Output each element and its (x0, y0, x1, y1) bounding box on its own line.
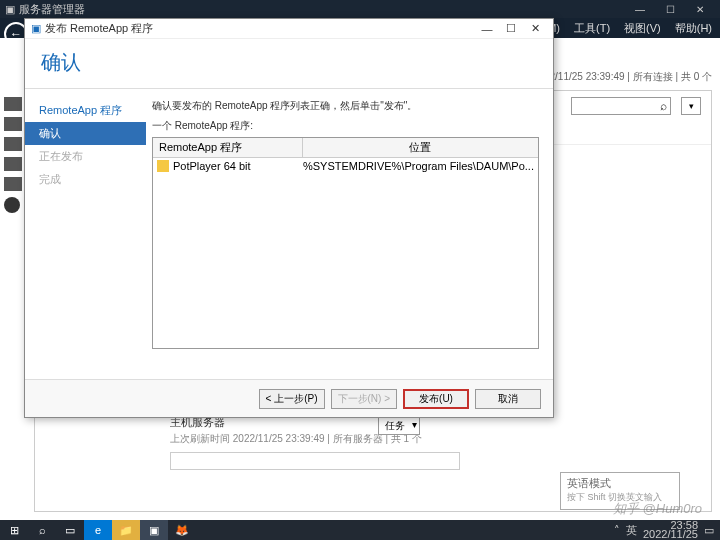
sidebar-item-4[interactable] (4, 157, 22, 171)
app-name: PotPlayer 64 bit (173, 160, 251, 172)
list-label: 一个 RemoteApp 程序: (152, 119, 539, 133)
firefox-icon[interactable]: 🦊 (168, 520, 196, 540)
wizard-icon: ▣ (31, 22, 41, 35)
window-title: 服务器管理器 (19, 2, 625, 17)
wizard-nav: RemoteApp 程序 确认 正在发布 完成 (25, 89, 146, 399)
filter-button[interactable]: ▾ (681, 97, 701, 115)
host-subtitle: 上次刷新时间 2022/11/25 23:39:49 | 所有服务器 | 共 1… (170, 432, 470, 446)
host-list[interactable] (170, 452, 460, 470)
watermark: 知乎 @Hum0ro (613, 500, 702, 518)
dialog-close[interactable]: ✕ (523, 22, 547, 35)
info-bar: 2/11/25 23:39:49 | 所有连接 | 共 0 个 (550, 70, 713, 84)
notification-icon[interactable]: ▭ (704, 524, 714, 537)
host-section: 主机服务器 上次刷新时间 2022/11/25 23:39:49 | 所有服务器… (170, 415, 470, 470)
edge-icon[interactable]: e (84, 520, 112, 540)
sidebar-item-1[interactable] (4, 97, 22, 111)
nav-step-publishing: 正在发布 (25, 145, 146, 168)
maximize-button[interactable]: ☐ (655, 0, 685, 18)
taskbar: ⊞ ⌕ ▭ e 📁 ▣ 🦊 ˄ 英 23:58 2022/11/25 ▭ (0, 520, 720, 540)
dialog-body: RemoteApp 程序 确认 正在发布 完成 确认要发布的 RemoteApp… (25, 89, 553, 399)
prev-button[interactable]: < 上一步(P) (259, 389, 325, 409)
dialog-footer: < 上一步(P) 下一步(N) > 发布(U) 取消 (25, 379, 553, 417)
sidebar-item-3[interactable] (4, 137, 22, 151)
clock[interactable]: 23:58 2022/11/25 (643, 521, 698, 539)
system-tray[interactable]: ˄ 英 23:58 2022/11/25 ▭ (608, 521, 720, 539)
sidebar-item-5[interactable] (4, 177, 22, 191)
tasks-dropdown[interactable]: 任务 (378, 417, 420, 435)
app-path: %SYSTEMDRIVE%\Program Files\DAUM\Po... (303, 160, 534, 172)
dialog-header: 确认 (25, 39, 553, 89)
server-manager-icon[interactable]: ▣ (140, 520, 168, 540)
instruction-text: 确认要发布的 RemoteApp 程序列表正确，然后单击"发布"。 (152, 99, 539, 113)
sidebar-item-6[interactable] (4, 197, 20, 213)
publish-remoteapp-dialog: ▣ 发布 RemoteApp 程序 — ☐ ✕ 确认 RemoteApp 程序 … (24, 18, 554, 418)
main-titlebar: ▣ 服务器管理器 — ☐ ✕ (0, 0, 720, 18)
explorer-icon[interactable]: 📁 (112, 520, 140, 540)
ime-indicator[interactable]: 英 (626, 523, 637, 538)
publish-button[interactable]: 发布(U) (403, 389, 469, 409)
dialog-titlebar: ▣ 发布 RemoteApp 程序 — ☐ ✕ (25, 19, 553, 39)
start-button[interactable]: ⊞ (0, 520, 28, 540)
dialog-heading: 确认 (41, 49, 537, 76)
nav-step-remoteapp[interactable]: RemoteApp 程序 (25, 99, 146, 122)
cancel-button[interactable]: 取消 (475, 389, 541, 409)
table-row[interactable]: PotPlayer 64 bit %SYSTEMDRIVE%\Program F… (153, 158, 538, 174)
dialog-title: 发布 RemoteApp 程序 (45, 21, 475, 36)
search-icon[interactable]: ⌕ (28, 520, 56, 540)
minimize-button[interactable]: — (625, 0, 655, 18)
th-location[interactable]: 位置 (303, 138, 538, 157)
close-button[interactable]: ✕ (685, 0, 715, 18)
app-icon-potplayer (157, 160, 169, 172)
dialog-maximize[interactable]: ☐ (499, 22, 523, 35)
nav-step-confirm[interactable]: 确认 (25, 122, 146, 145)
sidebar-item-2[interactable] (4, 117, 22, 131)
dialog-content: 确认要发布的 RemoteApp 程序列表正确，然后单击"发布"。 一个 Rem… (146, 89, 553, 399)
next-button: 下一步(N) > (331, 389, 398, 409)
app-icon: ▣ (5, 3, 15, 16)
remoteapp-table: RemoteApp 程序 位置 PotPlayer 64 bit %SYSTEM… (152, 137, 539, 349)
search-input[interactable] (571, 97, 671, 115)
ime-mode: 英语模式 (567, 476, 673, 491)
menu-help[interactable]: 帮助(H) (675, 21, 712, 36)
menu-tools[interactable]: 工具(T) (574, 21, 610, 36)
tray-up-icon[interactable]: ˄ (614, 524, 620, 537)
nav-step-complete: 完成 (25, 168, 146, 191)
task-view-icon[interactable]: ▭ (56, 520, 84, 540)
table-header: RemoteApp 程序 位置 (153, 138, 538, 158)
th-program[interactable]: RemoteApp 程序 (153, 138, 303, 157)
dialog-minimize[interactable]: — (475, 23, 499, 35)
menu-view[interactable]: 视图(V) (624, 21, 661, 36)
